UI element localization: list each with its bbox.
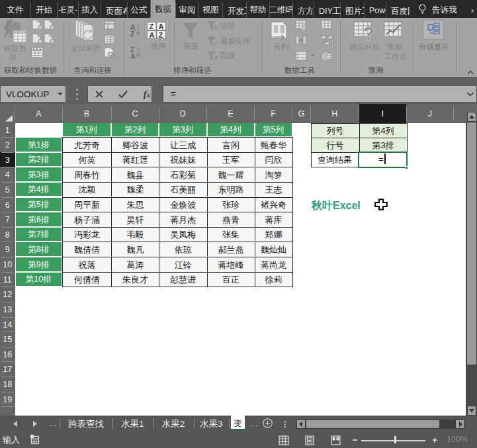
svg-text:?: ?: [363, 24, 374, 44]
svg-text:Z: Z: [130, 30, 134, 38]
svg-text:A: A: [159, 22, 164, 30]
svg-text:A: A: [130, 53, 135, 60]
svg-text:Z: Z: [150, 22, 154, 30]
svg-text:Z: Z: [159, 31, 163, 39]
svg-text:A: A: [150, 31, 155, 39]
